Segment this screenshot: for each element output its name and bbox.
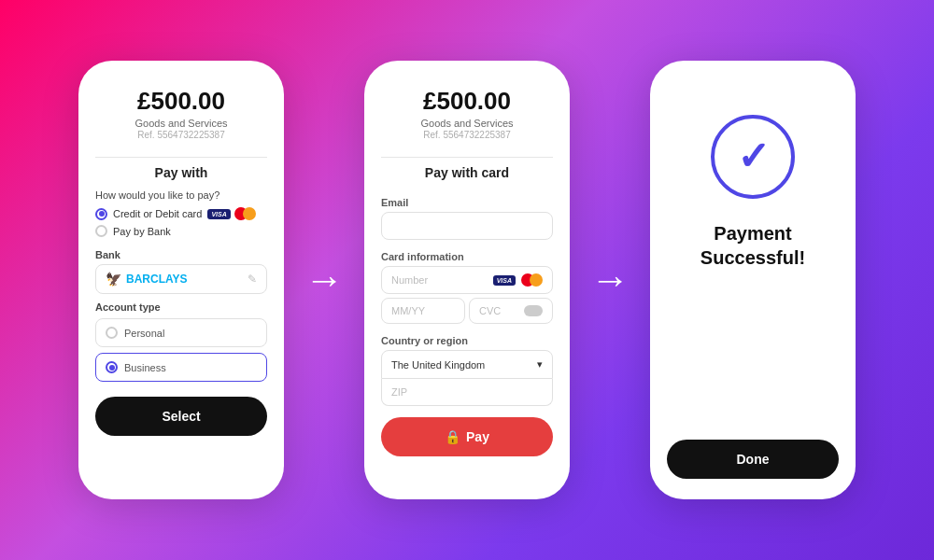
card-number-row[interactable]: Number VISA: [381, 266, 553, 294]
card-expiry-row: MM/YY CVC: [381, 298, 553, 324]
scene: £500.00 Goods and Services Ref. 55647322…: [0, 61, 934, 499]
divider-2: [381, 157, 553, 158]
radio-card[interactable]: [95, 208, 107, 220]
radio-bank[interactable]: [95, 225, 107, 237]
success-line1: Payment: [714, 223, 791, 244]
pay-label: Pay: [466, 429, 489, 444]
edit-icon[interactable]: ✎: [248, 273, 257, 286]
bank-field[interactable]: 🦅 BARCLAYS ✎: [95, 264, 267, 294]
success-circle: ✓: [711, 115, 795, 199]
lock-icon: 🔒: [445, 429, 460, 444]
arrow-2: →: [590, 260, 630, 300]
mastercard-icon-2: [521, 273, 543, 287]
chevron-down-icon: ▾: [537, 358, 543, 371]
radio-bank-row[interactable]: Pay by Bank: [95, 225, 267, 237]
divider-1: [95, 157, 267, 158]
card-logos: VISA: [207, 207, 255, 220]
phone2-goods: Goods and Services: [381, 118, 553, 129]
phone1-goods: Goods and Services: [95, 118, 267, 129]
check-icon: ✓: [737, 137, 770, 176]
radio-bank-label: Pay by Bank: [113, 226, 171, 237]
cvc-toggle[interactable]: [524, 305, 543, 316]
cvc-field[interactable]: CVC: [469, 298, 553, 324]
select-button[interactable]: Select: [95, 397, 267, 436]
phone2-pay-with-card: Pay with card: [381, 165, 553, 180]
phone-3: ✓ Payment Successful! Done: [650, 61, 856, 499]
visa-icon-2: VISA: [493, 275, 516, 286]
phone-2: £500.00 Goods and Services Ref. 55647322…: [364, 61, 570, 499]
radio-personal[interactable]: [106, 327, 118, 339]
success-line2: Successful!: [700, 247, 805, 268]
country-label: Country or region: [381, 335, 553, 346]
email-label: Email: [381, 197, 553, 208]
phone1-pay-with: Pay with: [95, 165, 267, 180]
phone2-amount: £500.00: [381, 87, 553, 116]
account-option-personal[interactable]: Personal: [95, 318, 267, 347]
country-value: The United Kingdom: [391, 359, 485, 371]
business-label: Business: [124, 362, 166, 373]
country-field[interactable]: The United Kingdom ▾: [381, 350, 553, 379]
barclays-logo: 🦅 BARCLAYS: [106, 272, 188, 287]
barclays-eagle-icon: 🦅: [106, 272, 121, 287]
phone1-ref: Ref. 5564732225387: [95, 130, 267, 140]
visa-icon: VISA: [207, 209, 230, 219]
success-text: Payment Successful!: [667, 221, 839, 270]
account-type-label: Account type: [95, 301, 267, 313]
cvc-placeholder: CVC: [479, 305, 501, 316]
mastercard-icon: [234, 207, 256, 220]
mmyy-field[interactable]: MM/YY: [381, 298, 465, 324]
number-placeholder: Number: [391, 274, 488, 286]
phone-1: £500.00 Goods and Services Ref. 55647322…: [78, 61, 284, 499]
bank-label: Bank: [95, 249, 267, 260]
radio-business[interactable]: [106, 361, 118, 373]
phone2-ref: Ref. 5564732225387: [381, 130, 553, 140]
personal-label: Personal: [124, 328, 164, 339]
email-input[interactable]: [381, 212, 553, 240]
arrow-1: →: [304, 260, 344, 300]
phone1-how-label: How would you like to pay?: [95, 189, 267, 201]
pay-button[interactable]: 🔒 Pay: [381, 417, 553, 456]
bank-name: BARCLAYS: [126, 273, 188, 286]
account-option-business[interactable]: Business: [95, 353, 267, 382]
radio-card-row[interactable]: Credit or Debit card VISA: [95, 207, 267, 220]
card-info-label: Card information: [381, 251, 553, 262]
done-button[interactable]: Done: [667, 440, 839, 479]
radio-card-label: Credit or Debit card: [113, 208, 202, 219]
phone1-amount: £500.00: [95, 87, 267, 116]
zip-field[interactable]: ZIP: [381, 379, 553, 406]
